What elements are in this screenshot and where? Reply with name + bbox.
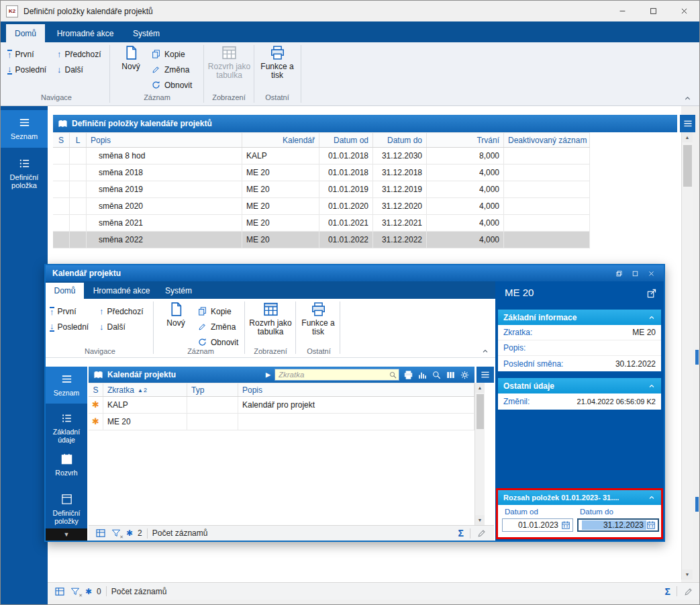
definition-item-row[interactable]: směna 2022ME 2001.01.202231.12.20224,000 (53, 232, 590, 248)
calendar-picker-icon[interactable] (561, 520, 570, 530)
sidebar-item-definicni-polozky[interactable]: Definiční položky (46, 487, 87, 528)
first-button[interactable]: ↑První (7, 47, 34, 61)
next-button[interactable]: ↓Další (99, 320, 126, 334)
scroll-down-icon[interactable]: ▼ (475, 515, 485, 525)
collapse-ribbon-icon[interactable] (683, 94, 693, 103)
column-header-zkratka[interactable]: Zkratka▲2 (103, 383, 187, 396)
column-header-kalendar[interactable]: Kalendář (242, 133, 319, 147)
definition-item-row[interactable]: směna 2018ME 2001.01.201831.12.20184,000 (53, 165, 590, 181)
expand-arrow-icon[interactable]: ▶ (266, 371, 270, 378)
section-ostatni-udaje[interactable]: Ostatní údaje (498, 378, 661, 393)
main-scrollbar[interactable]: ▲ ▼ (681, 132, 693, 579)
change-button[interactable]: Změna (151, 62, 189, 77)
table-view-icon[interactable] (54, 586, 65, 597)
sum-icon[interactable]: Σ (665, 586, 670, 597)
functions-print-button[interactable]: Funkce a tisk (299, 301, 338, 336)
sum-icon[interactable]: Σ (458, 528, 464, 539)
external-link-icon[interactable] (646, 288, 657, 299)
maximize-icon[interactable] (638, 1, 668, 21)
table-menu-button[interactable] (477, 367, 494, 383)
date-to-field[interactable]: 31.12.2023 (577, 518, 659, 532)
sidebar-item-definicni-polozka[interactable]: Definiční položka (1, 151, 48, 194)
search-input[interactable] (275, 371, 399, 379)
column-header-s[interactable]: S (89, 383, 103, 396)
chevron-up-icon[interactable] (648, 382, 656, 390)
chevron-up-icon[interactable] (648, 494, 656, 502)
new-button[interactable]: Nový (115, 44, 147, 71)
calendar-row[interactable]: ✱ME 20 (89, 414, 474, 430)
copy-button[interactable]: Kopie (197, 304, 232, 318)
functions-print-button[interactable]: Funkce a tisk (258, 44, 297, 80)
sidebar-collapse-strip[interactable]: ▼ (46, 528, 87, 541)
sidebar-item-rozvrh[interactable]: Rozvrh (46, 447, 87, 484)
table-view-icon[interactable] (95, 528, 106, 539)
table-menu-button[interactable] (680, 115, 695, 132)
minimize-icon[interactable] (607, 1, 638, 21)
settings-gear-icon[interactable] (460, 370, 470, 380)
column-header-typ[interactable]: Typ (187, 383, 238, 396)
column-header-popis[interactable]: Popis (238, 383, 474, 396)
first-button[interactable]: ↑První (50, 304, 77, 318)
chart-icon[interactable] (417, 370, 428, 380)
print-icon[interactable] (403, 370, 413, 380)
columns-icon[interactable] (446, 370, 456, 380)
chevron-up-icon[interactable] (648, 314, 656, 322)
sidebar-item-seznam[interactable]: Seznam (46, 367, 87, 404)
group-divider (203, 45, 204, 103)
previous-button[interactable]: ↑Předchozí (57, 47, 101, 61)
tab-system[interactable]: Systém (126, 24, 167, 42)
close-icon[interactable] (646, 268, 657, 279)
edit-pen-icon[interactable] (477, 528, 487, 539)
schedule-as-table-button[interactable]: Rozvrh jako tabulka (248, 301, 293, 336)
new-button[interactable]: Nový (161, 301, 191, 328)
scrollbar-thumb[interactable] (477, 394, 484, 429)
column-header-l[interactable]: L (70, 133, 87, 147)
calendar-picker-icon[interactable] (646, 520, 656, 530)
column-header-trvani[interactable]: Trvání (427, 133, 504, 147)
sidebar-item-label: Seznam (54, 389, 80, 397)
column-header-popis[interactable]: Popis (87, 133, 242, 147)
sidebar-item-zakladni-udaje[interactable]: Základní údaje (46, 406, 87, 444)
scroll-down-icon[interactable]: ▼ (682, 569, 693, 579)
definition-item-row[interactable]: směna 2021ME 2001.01.202131.12.20214,000 (53, 215, 590, 232)
last-button[interactable]: ↓Poslední (7, 62, 46, 77)
definition-item-row[interactable]: směna 2020ME 2001.01.202031.12.20204,000 (53, 198, 590, 215)
close-icon[interactable] (668, 1, 699, 21)
scroll-up-icon[interactable]: ▲ (475, 383, 485, 393)
table-cell: 31.12.2018 (373, 165, 427, 181)
previous-button[interactable]: ↑Předchozí (99, 304, 144, 318)
scroll-up-icon[interactable]: ▲ (682, 132, 693, 142)
refresh-button[interactable]: Obnovit (151, 78, 192, 92)
sidebar-item-seznam[interactable]: Seznam (1, 110, 48, 148)
dialog-tab-system[interactable]: Systém (158, 283, 199, 299)
section-zakladni-informace[interactable]: Základní informace (498, 310, 661, 325)
dialog-tab-hromadne-akce[interactable]: Hromadné akce (87, 283, 156, 299)
column-header-datum-do[interactable]: Datum do (373, 133, 427, 147)
edit-pen-icon[interactable] (683, 586, 694, 597)
column-header-datum-od[interactable]: Datum od (319, 133, 373, 147)
tab-hromadne-akce[interactable]: Hromadné akce (50, 24, 120, 42)
column-header-s[interactable]: S (53, 133, 70, 147)
date-from-field[interactable]: 01.01.2023 (502, 518, 573, 532)
calendar-row[interactable]: ✱KALPKalendář pro projekt (89, 397, 474, 414)
last-button[interactable]: ↓Poslední (50, 320, 89, 334)
restore-icon[interactable] (613, 268, 625, 279)
section-rozsah-polozek[interactable]: Rozsah položek 01.01.2023- 31.... (498, 490, 661, 505)
next-button[interactable]: ↓Další (57, 62, 83, 77)
column-header-deaktivovany[interactable]: Deaktivovaný záznam (504, 133, 590, 147)
filter-icon[interactable]: ✕ (111, 528, 121, 539)
filter-icon[interactable]: ✕ (70, 586, 81, 597)
maximize-icon[interactable] (630, 268, 641, 279)
tab-domu[interactable]: Domů (6, 24, 45, 42)
collapse-ribbon-icon[interactable] (481, 347, 490, 355)
copy-button[interactable]: Kopie (151, 47, 185, 61)
dialog-tab-domu[interactable]: Domů (46, 283, 84, 299)
dialog-table-title: Kalendář projektu (107, 370, 176, 379)
advanced-search-icon[interactable] (432, 370, 442, 380)
dialog-scrollbar[interactable]: ▲ ▼ (474, 383, 485, 525)
search-icon[interactable] (389, 371, 397, 379)
scrollbar-thumb[interactable] (683, 145, 692, 187)
definition-item-row[interactable]: směna 2019ME 2001.01.201931.12.20194,000 (53, 181, 590, 198)
change-button[interactable]: Změna (197, 320, 236, 334)
definition-item-row[interactable]: směna 8 hodKALP01.01.201831.12.20308,000 (53, 148, 590, 165)
